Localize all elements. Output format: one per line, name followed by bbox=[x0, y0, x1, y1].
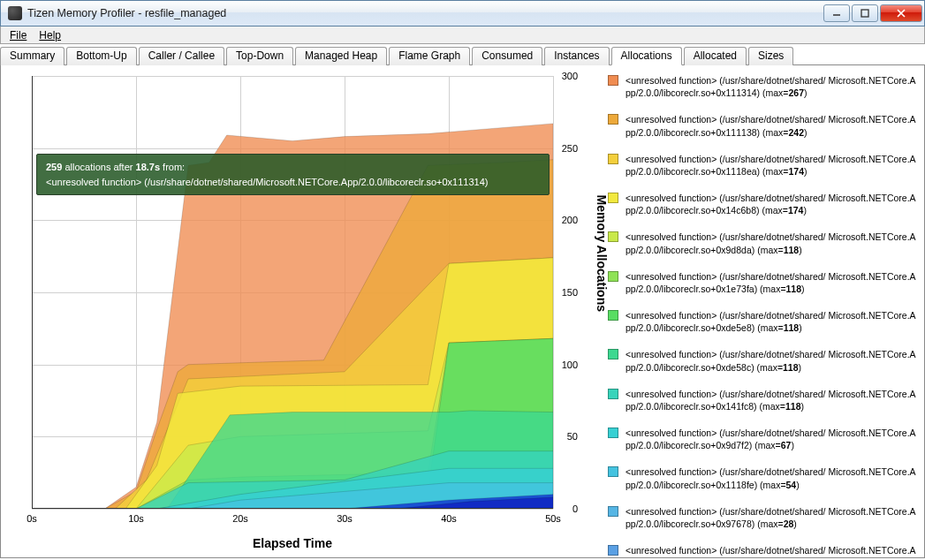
legend-swatch-icon bbox=[608, 428, 618, 438]
legend-swatch-icon bbox=[608, 271, 618, 282]
tab-allocations[interactable]: Allocations bbox=[611, 47, 682, 65]
y-tick-label: 200 bbox=[562, 215, 578, 225]
axis-line bbox=[32, 76, 33, 509]
title-left: Tizen Memory Profiler - resfile_managed bbox=[8, 6, 226, 20]
legend-item[interactable]: <unresolved function> (/usr/share/dotnet… bbox=[608, 505, 921, 530]
legend-text: <unresolved function> (/usr/share/dotnet… bbox=[626, 505, 921, 530]
legend-item[interactable]: <unresolved function> (/usr/share/dotnet… bbox=[608, 113, 921, 138]
app-icon bbox=[8, 6, 22, 20]
legend-item[interactable]: <unresolved function> (/usr/share/dotnet… bbox=[608, 388, 921, 412]
legend-text: <unresolved function> (/usr/share/dotnet… bbox=[626, 270, 921, 295]
close-icon bbox=[897, 9, 906, 18]
maximize-button[interactable] bbox=[852, 4, 878, 22]
legend-text: <unresolved function> (/usr/share/dotnet… bbox=[626, 113, 921, 138]
menu-help[interactable]: Help bbox=[34, 29, 66, 42]
legend-text: <unresolved function> (/usr/share/dotnet… bbox=[626, 309, 921, 334]
window-title: Tizen Memory Profiler - resfile_managed bbox=[27, 7, 226, 19]
legend-item[interactable]: <unresolved function> (/usr/share/dotnet… bbox=[608, 348, 921, 373]
tab-consumed[interactable]: Consumed bbox=[472, 47, 542, 65]
legend-item[interactable]: <unresolved function> (/usr/share/dotnet… bbox=[608, 427, 921, 451]
tab-flame-graph[interactable]: Flame Graph bbox=[389, 47, 470, 65]
tab-bottom-up[interactable]: Bottom-Up bbox=[66, 47, 136, 65]
y-tick-label: 300 bbox=[562, 71, 578, 81]
tab-managed-heap[interactable]: Managed Heap bbox=[295, 47, 387, 65]
menu-bar: File Help bbox=[0, 26, 925, 44]
tab-allocated[interactable]: Allocated bbox=[684, 47, 747, 65]
chart-tooltip: 259 allocations after 18.7s from:<unreso… bbox=[36, 154, 550, 195]
tab-caller-callee[interactable]: Caller / Callee bbox=[139, 47, 224, 65]
legend-swatch-icon bbox=[608, 506, 618, 517]
minimize-icon bbox=[832, 9, 841, 18]
y-tick-label: 250 bbox=[562, 143, 578, 154]
legend-text: <unresolved function> (/usr/share/dotnet… bbox=[626, 465, 921, 490]
x-tick-label: 10s bbox=[128, 513, 144, 524]
y-tick-label: 0 bbox=[572, 503, 578, 514]
legend-text: <unresolved function> (/usr/share/dotnet… bbox=[626, 348, 921, 373]
legend-swatch-icon bbox=[608, 154, 618, 164]
x-tick-label: 30s bbox=[337, 513, 353, 524]
legend-text: <unresolved function> (/usr/share/dotnet… bbox=[626, 153, 921, 178]
tab-instances[interactable]: Instances bbox=[544, 47, 609, 65]
legend-swatch-icon bbox=[608, 193, 618, 203]
window-titlebar: Tizen Memory Profiler - resfile_managed bbox=[0, 0, 925, 26]
legend-item[interactable]: <unresolved function> (/usr/share/dotnet… bbox=[608, 270, 921, 295]
y-tick-label: 50 bbox=[567, 431, 578, 442]
menu-file[interactable]: File bbox=[4, 29, 32, 42]
x-tick-label: 20s bbox=[232, 513, 248, 524]
legend-swatch-icon bbox=[608, 389, 618, 399]
legend-item[interactable]: <unresolved function> (/usr/share/dotnet… bbox=[608, 192, 921, 216]
legend-swatch-icon bbox=[608, 466, 618, 477]
svg-rect-1 bbox=[861, 10, 868, 17]
legend-text: <unresolved function> (/usr/share/dotnet… bbox=[626, 388, 921, 412]
content-pane: 050100150200250300 Memory Allocations 0s… bbox=[0, 65, 925, 558]
legend-swatch-icon bbox=[608, 349, 618, 359]
close-button[interactable] bbox=[880, 4, 922, 22]
legend-swatch-icon bbox=[608, 231, 618, 242]
legend-item[interactable]: <unresolved function> (/usr/share/dotnet… bbox=[608, 74, 921, 99]
legend-text: <unresolved function> (/usr/share/dotnet… bbox=[626, 544, 921, 557]
y-tick-label: 100 bbox=[562, 359, 578, 370]
legend-item[interactable]: <unresolved function> (/usr/share/dotnet… bbox=[608, 153, 921, 178]
y-axis: 050100150200250300 bbox=[553, 76, 578, 509]
legend-scroll[interactable]: <unresolved function> (/usr/share/dotnet… bbox=[608, 74, 921, 557]
window-controls bbox=[823, 4, 922, 22]
y-tick-label: 150 bbox=[562, 287, 578, 298]
legend-swatch-icon bbox=[608, 310, 618, 321]
gridline bbox=[32, 509, 553, 510]
legend-swatch-icon bbox=[608, 114, 618, 125]
legend-item[interactable]: <unresolved function> (/usr/share/dotnet… bbox=[608, 544, 921, 557]
x-axis-label: Elapsed Time bbox=[32, 536, 553, 550]
axis-line bbox=[32, 508, 553, 509]
legend-swatch-icon bbox=[608, 545, 618, 556]
x-axis: 0s10s20s30s40s50s bbox=[32, 513, 553, 531]
x-tick-label: 0s bbox=[27, 513, 37, 524]
tab-summary[interactable]: Summary bbox=[0, 47, 64, 65]
legend-text: <unresolved function> (/usr/share/dotnet… bbox=[626, 74, 921, 99]
x-tick-label: 40s bbox=[441, 513, 457, 524]
legend-text: <unresolved function> (/usr/share/dotnet… bbox=[626, 192, 921, 216]
tab-top-down[interactable]: Top-Down bbox=[226, 47, 293, 65]
legend-panel: <unresolved function> (/usr/share/dotnet… bbox=[606, 65, 924, 557]
x-tick-label: 50s bbox=[545, 513, 561, 524]
minimize-button[interactable] bbox=[823, 4, 850, 22]
chart-plot[interactable] bbox=[32, 76, 553, 509]
allocations-chart-area[interactable]: 050100150200250300 Memory Allocations 0s… bbox=[1, 65, 606, 557]
maximize-icon bbox=[861, 9, 869, 18]
legend-item[interactable]: <unresolved function> (/usr/share/dotnet… bbox=[608, 465, 921, 490]
legend-text: <unresolved function> (/usr/share/dotnet… bbox=[626, 231, 921, 255]
legend-item[interactable]: <unresolved function> (/usr/share/dotnet… bbox=[608, 309, 921, 334]
legend-swatch-icon bbox=[608, 75, 618, 86]
tab-bar: SummaryBottom-UpCaller / CalleeTop-DownM… bbox=[0, 46, 925, 65]
tab-sizes[interactable]: Sizes bbox=[748, 47, 793, 65]
legend-item[interactable]: <unresolved function> (/usr/share/dotnet… bbox=[608, 231, 921, 255]
legend-text: <unresolved function> (/usr/share/dotnet… bbox=[626, 427, 921, 451]
